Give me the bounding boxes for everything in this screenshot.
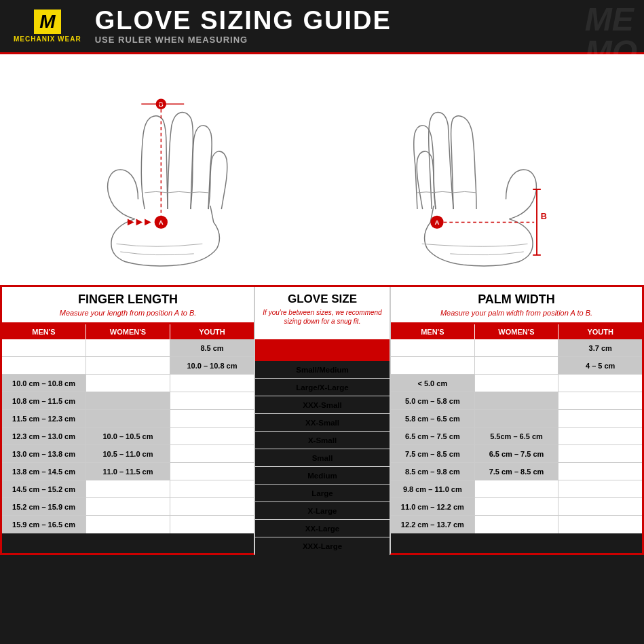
table-cell xyxy=(558,410,642,427)
table-row: 10.8 cm – 11.5 cm xyxy=(2,392,254,410)
table-cell: 13.0 cm – 13.8 cm xyxy=(2,445,86,462)
palm-width-header: PALM WIDTH Measure your palm width from … xyxy=(391,287,642,324)
table-cell: 3.7 cm xyxy=(558,339,642,356)
table-cell: 15.9 cm – 16.5 cm xyxy=(2,516,86,533)
table-cell xyxy=(170,516,254,533)
table-row: 5.8 cm – 6.5 cm xyxy=(391,410,642,428)
table-cell xyxy=(558,445,642,462)
table-cell xyxy=(558,498,642,515)
table-cell xyxy=(170,445,254,462)
table-cell xyxy=(170,428,254,444)
table-cell xyxy=(475,410,559,427)
table-cell xyxy=(86,357,170,374)
page-title: GLOVE SIZING GUIDE xyxy=(95,6,392,35)
table-row: 8.5 cm xyxy=(2,339,254,357)
table-row: 4 – 5 cm xyxy=(391,357,642,375)
table-row: 15.2 cm – 15.9 cm xyxy=(2,498,254,516)
glove-size-row: XXX-Small xyxy=(255,396,390,414)
glove-size-row: Small/Medium xyxy=(255,361,390,379)
table-cell xyxy=(475,357,559,374)
finger-col-headers: MEN'S WOMEN'S YOUTH xyxy=(2,324,254,339)
left-hand-container: B A xyxy=(14,61,322,278)
glove-spacer xyxy=(255,341,390,361)
table-row: 15.9 cm – 16.5 cm xyxy=(2,516,254,533)
table-cell xyxy=(475,375,559,392)
glove-size-subtitle: If you're between sizes, we recommend si… xyxy=(262,308,383,326)
glove-size-header: GLOVE SIZE If you're between sizes, we r… xyxy=(255,287,390,341)
table-row: 12.3 cm – 13.0 cm10.0 – 10.5 cm xyxy=(2,428,254,445)
table-cell xyxy=(475,480,559,497)
glove-data-rows: Small/MediumLarge/X-LargeXXX-SmallXX-Sma… xyxy=(255,361,390,555)
table-cell xyxy=(170,498,254,515)
table-row: 6.5 cm – 7.5 cm5.5cm – 6.5 cm xyxy=(391,428,642,445)
glove-size-row: X-Small xyxy=(255,432,390,449)
header-title-area: GLOVE SIZING GUIDE USE RULER WHEN MEASUR… xyxy=(95,7,630,45)
table-cell xyxy=(558,516,642,533)
table-cell: 10.0 – 10.5 cm xyxy=(86,428,170,444)
table-row: 3.7 cm xyxy=(391,339,642,357)
logo-box: M xyxy=(34,10,60,34)
table-cell xyxy=(86,375,170,392)
table-row: 12.2 cm – 13.7 cm xyxy=(391,516,642,533)
finger-womens-header: WOMEN'S xyxy=(86,324,170,339)
table-row: < 5.0 cm xyxy=(391,375,642,392)
table-row: 10.0 cm – 10.8 cm xyxy=(2,375,254,392)
table-cell: 11.0 – 11.5 cm xyxy=(86,463,170,480)
table-cell xyxy=(558,480,642,497)
logo-letter: M xyxy=(39,12,55,31)
hands-area: B A xyxy=(0,54,644,285)
table-cell: 10.0 – 10.8 cm xyxy=(170,357,254,374)
table-cell: 11.0 cm – 12.2 cm xyxy=(391,498,475,515)
palm-youth-header: YOUTH xyxy=(558,324,642,339)
finger-length-header: FINGER LENGTH Measure your length from p… xyxy=(2,287,254,324)
table-cell xyxy=(170,480,254,497)
table-cell: 8.5 cm xyxy=(170,339,254,356)
header: M MECHANIX WEAR GLOVE SIZING GUIDE USE R… xyxy=(0,0,644,54)
table-cell: 6.5 cm – 7.5 cm xyxy=(391,428,475,444)
table-cell xyxy=(558,375,642,392)
right-hand-container: A B xyxy=(322,61,631,278)
table-cell xyxy=(558,392,642,409)
finger-length-subtitle: Measure your length from position A to B… xyxy=(9,309,247,317)
finger-length-section: FINGER LENGTH Measure your length from p… xyxy=(0,287,254,555)
glove-size-row: XXX-Large xyxy=(255,537,390,555)
table-cell xyxy=(86,480,170,497)
palm-width-title: PALM WIDTH xyxy=(398,292,635,307)
table-cell: 7.5 cm – 8.5 cm xyxy=(391,445,475,462)
glove-size-row: Large/X-Large xyxy=(255,379,390,396)
table-area: FINGER LENGTH Measure your length from p… xyxy=(0,285,644,555)
table-cell: 12.2 cm – 13.7 cm xyxy=(391,516,475,533)
glove-size-row: Large xyxy=(255,485,390,502)
palm-width-subtitle: Measure your palm width from position A … xyxy=(398,309,635,317)
table-cell: 5.8 cm – 6.5 cm xyxy=(391,410,475,427)
table-cell xyxy=(391,357,475,374)
table-cell xyxy=(391,339,475,356)
table-cell: 10.5 – 11.0 cm xyxy=(86,445,170,462)
logo-area: M MECHANIX WEAR xyxy=(14,10,81,43)
table-cell: 15.2 cm – 15.9 cm xyxy=(2,498,86,515)
right-hand-illustration: A B xyxy=(381,68,571,271)
palm-mens-header: MEN'S xyxy=(391,324,475,339)
table-row: 9.8 cm – 11.0 cm xyxy=(391,480,642,498)
table-cell xyxy=(86,339,170,356)
table-cell xyxy=(170,463,254,480)
table-cell: 13.8 cm – 14.5 cm xyxy=(2,463,86,480)
table-cell: 11.5 cm – 12.3 cm xyxy=(2,410,86,427)
table-row: 13.0 cm – 13.8 cm10.5 – 11.0 cm xyxy=(2,445,254,463)
table-row: 11.5 cm – 12.3 cm xyxy=(2,410,254,428)
table-cell xyxy=(2,339,86,356)
glove-size-row: Medium xyxy=(255,467,390,485)
glove-size-section: GLOVE SIZE If you're between sizes, we r… xyxy=(254,287,390,555)
table-cell xyxy=(475,516,559,533)
header-subtitle: USE RULER WHEN MEASURING xyxy=(95,35,248,45)
palm-data-rows: 3.7 cm4 – 5 cm< 5.0 cm5.0 cm – 5.8 cm5.8… xyxy=(391,339,642,533)
table-row: 13.8 cm – 14.5 cm11.0 – 11.5 cm xyxy=(2,463,254,480)
table-cell: 10.8 cm – 11.5 cm xyxy=(2,392,86,409)
glove-size-row: XX-Large xyxy=(255,520,390,537)
palm-womens-header: WOMEN'S xyxy=(475,324,559,339)
table-cell: 8.5 cm – 9.8 cm xyxy=(391,463,475,480)
table-cell xyxy=(170,410,254,427)
table-row: 5.0 cm – 5.8 cm xyxy=(391,392,642,410)
finger-data-rows: 8.5 cm10.0 – 10.8 cm10.0 cm – 10.8 cm10.… xyxy=(2,339,254,533)
table-cell xyxy=(2,357,86,374)
